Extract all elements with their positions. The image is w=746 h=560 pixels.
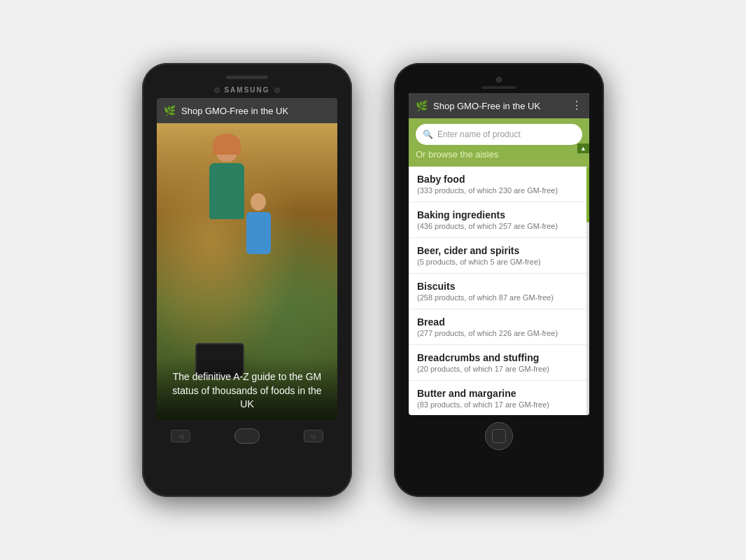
category-subtitle-5: (20 products, of which 17 are GM-free) bbox=[417, 365, 578, 373]
samsung-home-button[interactable] bbox=[234, 428, 260, 444]
hero-overlay-text: The definitive A-Z guide to the GM statu… bbox=[157, 356, 337, 420]
iphone: 🌿 Shop GMO-Free in the UK ⋮ 🔍 Enter name… bbox=[394, 63, 604, 497]
category-subtitle-4: (277 products, of which 226 are GM-free) bbox=[417, 329, 578, 337]
category-title-6: Butter and margarine bbox=[417, 388, 578, 399]
category-title-0: Baby food bbox=[417, 174, 578, 185]
child-body bbox=[246, 212, 271, 254]
category-title-5: Breadcrumbs and stuffing bbox=[417, 352, 578, 363]
iphone-app-bar: 🌿 Shop GMO-Free in the UK ⋮ bbox=[409, 93, 589, 118]
samsung-bottom-buttons: ◁ ▭ bbox=[149, 426, 345, 447]
iphone-app-logo: 🌿 bbox=[416, 100, 428, 111]
samsung-screen: 🌿 Shop GMO-Free in the UK The definit bbox=[157, 98, 337, 420]
list-item[interactable]: Baby food (333 products, of which 230 ar… bbox=[409, 167, 586, 202]
search-icon: 🔍 bbox=[423, 130, 433, 139]
iphone-scrollbar[interactable] bbox=[586, 167, 589, 415]
iphone-home-button[interactable] bbox=[485, 422, 513, 450]
woman-head bbox=[216, 137, 237, 162]
samsung-camera-row: SAMSUNG bbox=[214, 86, 279, 94]
scroll-thumb bbox=[586, 167, 589, 223]
iphone-top-bar bbox=[481, 77, 516, 89]
scroll-up-arrow[interactable]: ▲ bbox=[577, 144, 589, 153]
list-item[interactable]: Butter and margarine (83 products, of wh… bbox=[409, 381, 586, 415]
samsung-front-camera bbox=[214, 88, 220, 93]
samsung-app-logo: 🌿 bbox=[164, 105, 176, 116]
hero-child-figure bbox=[241, 193, 276, 284]
iphone-front-camera bbox=[496, 77, 502, 83]
category-subtitle-1: (436 products, of which 257 are GM-free) bbox=[417, 222, 578, 230]
list-item[interactable]: Biscuits (258 products, of which 87 are … bbox=[409, 274, 586, 309]
back-icon: ◁ bbox=[178, 433, 183, 440]
browse-header: Or browse the aisles ▲ bbox=[416, 145, 582, 160]
recent-icon: ▭ bbox=[311, 433, 316, 440]
category-title-1: Baking ingredients bbox=[417, 209, 578, 220]
category-title-2: Beer, cider and spirits bbox=[417, 245, 578, 256]
category-subtitle-2: (5 products, of which 5 are GM-free) bbox=[417, 258, 578, 266]
list-item[interactable]: Beer, cider and spirits (5 products, of … bbox=[409, 238, 586, 274]
category-title-3: Biscuits bbox=[417, 281, 578, 292]
browse-label: Or browse the aisles bbox=[416, 149, 499, 160]
iphone-speaker bbox=[481, 86, 516, 89]
iphone-home-inner bbox=[492, 429, 506, 443]
category-title-4: Bread bbox=[417, 316, 578, 328]
list-item[interactable]: Breadcrumbs and stuffing (20 products, o… bbox=[409, 345, 586, 381]
category-subtitle-3: (258 products, of which 87 are GM-free) bbox=[417, 293, 578, 302]
search-input-placeholder: Enter name of product bbox=[437, 130, 521, 139]
samsung-back-button[interactable]: ◁ bbox=[171, 430, 190, 442]
woman-body bbox=[209, 163, 244, 219]
samsung-app-bar: 🌿 Shop GMO-Free in the UK bbox=[157, 98, 337, 123]
iphone-screen: 🌿 Shop GMO-Free in the UK ⋮ 🔍 Enter name… bbox=[409, 93, 589, 415]
iphone-list-content: Baby food (333 products, of which 230 ar… bbox=[409, 167, 586, 415]
list-item[interactable]: Bread (277 products, of which 226 are GM… bbox=[409, 309, 586, 345]
samsung-top-bar bbox=[149, 76, 345, 82]
iphone-search-area: 🔍 Enter name of product Or browse the ai… bbox=[409, 118, 589, 167]
samsung-speaker bbox=[226, 76, 268, 79]
list-item[interactable]: Baking ingredients (436 products, of whi… bbox=[409, 202, 586, 238]
child-head bbox=[251, 193, 266, 211]
samsung-sensor bbox=[274, 88, 280, 93]
category-subtitle-6: (83 products, of which 17 are GM-free) bbox=[417, 400, 578, 409]
samsung-hero-image: The definitive A-Z guide to the GM statu… bbox=[157, 123, 337, 420]
iphone-app-title: Shop GMO-Free in the UK bbox=[433, 101, 540, 111]
search-box[interactable]: 🔍 Enter name of product bbox=[416, 124, 582, 145]
iphone-menu-icon[interactable]: ⋮ bbox=[571, 100, 582, 111]
samsung-phone: SAMSUNG 🌿 Shop GMO-Free in the UK bbox=[142, 63, 352, 497]
samsung-brand-label: SAMSUNG bbox=[224, 86, 269, 94]
category-subtitle-0: (333 products, of which 230 are GM-free) bbox=[417, 186, 578, 195]
iphone-category-list: Baby food (333 products, of which 230 ar… bbox=[409, 167, 589, 415]
samsung-recent-button[interactable]: ▭ bbox=[304, 430, 323, 442]
samsung-app-title: Shop GMO-Free in the UK bbox=[181, 106, 288, 116]
woman-hair bbox=[213, 134, 241, 155]
iphone-bottom bbox=[485, 422, 513, 450]
